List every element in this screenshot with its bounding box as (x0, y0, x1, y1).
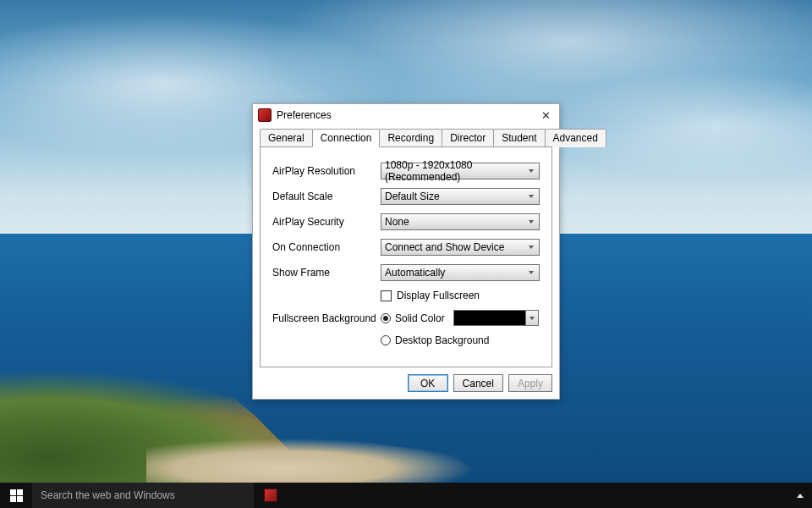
preferences-dialog: Preferences ✕ General Connection Recordi… (252, 103, 560, 400)
tab-student[interactable]: Student (493, 129, 545, 147)
select-default-scale[interactable]: Default Size (381, 188, 540, 205)
radio-label: Desktop Background (395, 334, 489, 346)
tab-recording[interactable]: Recording (379, 129, 442, 147)
apply-button[interactable]: Apply (508, 374, 552, 392)
dialog-title: Preferences (277, 109, 537, 121)
select-value: 1080p - 1920x1080 (Recommended) (385, 159, 535, 183)
radio-desktop-background[interactable]: Desktop Background (381, 334, 489, 346)
label-airplay-resolution: AirPlay Resolution (272, 165, 381, 177)
dialog-button-row: OK Cancel Apply (253, 374, 559, 399)
app-icon (258, 108, 272, 122)
windows-icon (10, 489, 23, 502)
start-button[interactable] (0, 483, 32, 508)
tab-advanced[interactable]: Advanced (545, 129, 606, 147)
app-icon (264, 489, 277, 502)
chevron-up-icon (797, 494, 804, 498)
label-airplay-security: AirPlay Security (272, 216, 381, 228)
tab-general[interactable]: General (260, 129, 313, 147)
color-picker[interactable] (453, 310, 539, 326)
radio-solid-color[interactable]: Solid Color (381, 312, 445, 324)
radio-dot-icon (381, 313, 391, 323)
taskbar: Search the web and Windows (0, 483, 812, 508)
tab-director[interactable]: Director (442, 129, 494, 147)
label-on-connection: On Connection (272, 241, 381, 253)
tab-body-connection: AirPlay Resolution 1080p - 1920x1080 (Re… (260, 146, 552, 367)
tray-expand[interactable] (788, 483, 812, 508)
titlebar[interactable]: Preferences ✕ (253, 104, 559, 126)
radio-dot-icon (381, 335, 391, 345)
select-value: Connect and Show Device (385, 241, 504, 253)
tab-strip: General Connection Recording Director St… (253, 128, 559, 146)
select-show-frame[interactable]: Automatically (381, 264, 540, 281)
color-swatch (453, 310, 526, 326)
close-icon[interactable]: ✕ (537, 109, 554, 122)
select-airplay-resolution[interactable]: 1080p - 1920x1080 (Recommended) (381, 163, 540, 179)
search-input[interactable]: Search the web and Windows (32, 483, 254, 508)
ok-button[interactable]: OK (408, 374, 448, 392)
tab-connection[interactable]: Connection (312, 129, 381, 147)
search-placeholder: Search the web and Windows (41, 489, 175, 501)
label-show-frame: Show Frame (272, 267, 381, 279)
select-airplay-security[interactable]: None (381, 213, 540, 230)
chevron-down-icon[interactable] (526, 310, 539, 326)
radio-label: Solid Color (395, 312, 445, 324)
select-value: None (385, 216, 409, 228)
select-value: Automatically (385, 267, 445, 279)
select-on-connection[interactable]: Connect and Show Device (381, 239, 540, 256)
cancel-button[interactable]: Cancel (453, 374, 503, 392)
checkbox-display-fullscreen[interactable]: Display Fullscreen (381, 290, 480, 301)
taskbar-app[interactable] (254, 483, 288, 508)
label-default-scale: Default Scale (272, 190, 381, 202)
label-fullscreen-background: Fullscreen Background (272, 312, 381, 324)
checkbox-label: Display Fullscreen (397, 290, 480, 301)
checkbox-box-icon (381, 290, 392, 301)
select-value: Default Size (385, 190, 440, 202)
